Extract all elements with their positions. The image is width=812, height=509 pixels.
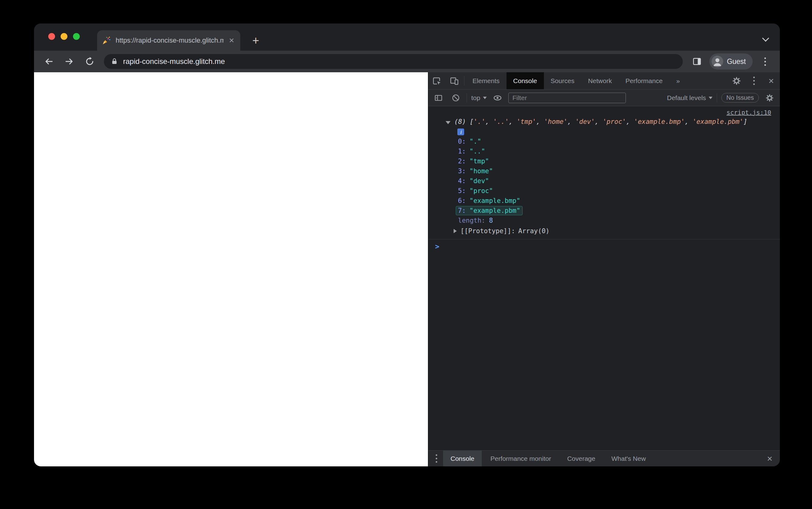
devtools-settings-button[interactable]: [728, 72, 745, 89]
console-source-link[interactable]: script.js:10: [727, 109, 772, 116]
back-arrow-icon: [44, 57, 54, 66]
console-toolbar: top Default levels No Issues: [428, 90, 780, 106]
tab-overview-button[interactable]: [759, 33, 773, 46]
info-icon: i: [457, 129, 464, 135]
preview-item: '..': [493, 118, 509, 125]
window-controls: [48, 33, 80, 40]
reload-button[interactable]: [82, 54, 98, 69]
zoom-window-button[interactable]: [73, 33, 80, 40]
bracket: [: [470, 118, 474, 125]
array-entry[interactable]: 1:"..": [428, 146, 780, 156]
array-entry[interactable]: 5:"proc": [428, 186, 780, 196]
array-entry-highlighted[interactable]: 7:"example.pbm": [428, 206, 780, 215]
inspect-cursor-icon: [432, 76, 442, 86]
page-viewport: [34, 72, 428, 466]
window-content: Elements Console Sources Network Perform…: [34, 72, 780, 466]
device-toolbar-button[interactable]: [445, 72, 463, 89]
drawer-tab-console[interactable]: Console: [443, 451, 482, 466]
context-selector[interactable]: top: [471, 94, 487, 102]
devtools-tab-performance[interactable]: Performance: [619, 72, 669, 89]
lock-icon: [111, 58, 118, 65]
drawer-close-button[interactable]: ×: [762, 454, 777, 463]
context-selector-label: top: [471, 94, 480, 102]
console-messages-area: script.js:10 (8)['.', '..', 'tmp', 'home…: [428, 106, 780, 450]
console-filter-input[interactable]: [508, 93, 626, 103]
inspect-element-button[interactable]: [428, 72, 445, 89]
drawer-tab-performance-monitor[interactable]: Performance monitor: [483, 451, 558, 466]
minimize-window-button[interactable]: [61, 33, 67, 40]
console-settings-button[interactable]: [763, 92, 776, 104]
collapse-triangle-icon[interactable]: [445, 121, 450, 124]
devtools-tab-sources[interactable]: Sources: [544, 72, 581, 89]
console-message: script.js:10 (8)['.', '..', 'tmp', 'home…: [428, 107, 780, 239]
console-sidebar-button[interactable]: [432, 92, 445, 104]
prompt-chevron-icon: >: [435, 242, 439, 250]
log-levels-selector[interactable]: Default levels: [667, 94, 712, 102]
issues-counter[interactable]: No Issues: [721, 93, 759, 103]
back-button[interactable]: [41, 54, 57, 69]
preview-item: 'dev': [575, 118, 595, 125]
side-panel-icon: [692, 57, 701, 66]
bracket: ]: [743, 118, 747, 125]
drawer-tab-whats-new[interactable]: What's New: [604, 451, 653, 466]
clear-console-button[interactable]: [449, 92, 462, 104]
devtools-tab-bar: Elements Console Sources Network Perform…: [428, 72, 780, 90]
drawer-tab-coverage[interactable]: Coverage: [560, 451, 603, 466]
preview-item: 'home': [544, 118, 567, 125]
array-entry[interactable]: 3:"home": [428, 166, 780, 176]
gear-icon: [766, 94, 774, 102]
browser-toolbar: rapid-concise-muscle.glitch.me Guest: [34, 50, 780, 72]
expand-triangle-icon[interactable]: [454, 229, 457, 233]
forward-button[interactable]: [61, 54, 77, 69]
caret-down-icon: [483, 97, 487, 99]
close-icon: ×: [769, 76, 774, 86]
chevron-down-icon: [762, 35, 769, 42]
devtools-close-button[interactable]: ×: [762, 72, 780, 89]
drawer-menu-button[interactable]: [431, 454, 442, 463]
browser-window: https://rapid-concise-muscle.glitch.me ×…: [34, 24, 780, 466]
more-tabs-button[interactable]: »: [669, 72, 687, 89]
array-length-row[interactable]: length:8: [428, 215, 780, 226]
array-entry[interactable]: 2:"tmp": [428, 156, 780, 166]
close-window-button[interactable]: [48, 33, 55, 40]
array-entry[interactable]: 0:".": [428, 137, 780, 146]
array-entry[interactable]: 6:"example.bmp": [428, 196, 780, 206]
preview-item: 'tmp': [517, 118, 536, 125]
profile-label: Guest: [727, 58, 746, 66]
device-toolbar-icon: [449, 76, 459, 86]
kebab-menu-icon: [764, 58, 766, 66]
array-entry[interactable]: 4:"dev": [428, 176, 780, 186]
live-expression-button[interactable]: [491, 92, 504, 104]
devtools-panel: Elements Console Sources Network Perform…: [428, 72, 780, 466]
divider: [717, 93, 717, 103]
kebab-menu-icon: [753, 77, 755, 85]
tab-close-icon[interactable]: ×: [228, 36, 235, 45]
devtools-tab-elements[interactable]: Elements: [466, 72, 506, 89]
preview-item: 'proc': [603, 118, 626, 125]
party-popper-icon: [102, 36, 111, 45]
array-count: (8): [454, 118, 466, 125]
clear-console-icon: [451, 94, 460, 102]
devtools-tab-network[interactable]: Network: [581, 72, 619, 89]
browser-menu-button[interactable]: [757, 54, 773, 69]
devtools-menu-button[interactable]: [745, 72, 762, 89]
url-text: rapid-concise-muscle.glitch.me: [123, 57, 225, 66]
side-panel-button[interactable]: [689, 54, 705, 69]
tab-title: https://rapid-concise-muscle.glitch.me: [116, 36, 224, 44]
preview-item: 'example.pbm': [693, 118, 743, 125]
avatar: [712, 56, 723, 67]
browser-tab[interactable]: https://rapid-concise-muscle.glitch.me ×: [97, 30, 240, 50]
prototype-row[interactable]: [[Prototype]]:Array(0): [428, 226, 780, 237]
address-bar[interactable]: rapid-concise-muscle.glitch.me: [104, 54, 683, 69]
divider: [467, 93, 467, 103]
profile-button[interactable]: Guest: [709, 54, 753, 69]
console-prompt[interactable]: >: [428, 239, 780, 250]
devtools-tab-console[interactable]: Console: [506, 72, 544, 89]
console-array-preview[interactable]: (8)['.', '..', 'tmp', 'home', 'dev', 'pr…: [428, 117, 780, 127]
devtools-drawer: Console Performance monitor Coverage Wha…: [428, 450, 780, 466]
kebab-menu-icon: [436, 454, 437, 463]
new-tab-button[interactable]: +: [249, 33, 263, 47]
reload-icon: [85, 57, 95, 66]
forward-arrow-icon: [64, 57, 74, 66]
preview-item: '.': [474, 118, 486, 125]
